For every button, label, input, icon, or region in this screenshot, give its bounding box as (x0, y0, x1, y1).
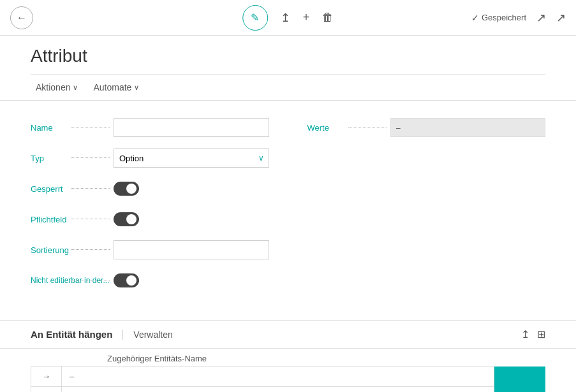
table-row (31, 387, 545, 393)
row-arrow-1: → (31, 367, 62, 387)
row-action-1[interactable] (494, 367, 545, 387)
werte-label: Werte (307, 123, 390, 133)
nicht-editierbar-label: Nicht editierbar in der... (31, 276, 114, 285)
aktionen-chevron: ∨ (73, 83, 78, 92)
automate-label: Automate (93, 82, 131, 92)
expand-button[interactable]: ↗ (556, 11, 566, 25)
pflichtfeld-toggle[interactable] (114, 212, 139, 226)
row-name-2 (62, 387, 494, 393)
pflichtfeld-toggle-thumb (126, 214, 137, 224)
name-label: Name (31, 123, 114, 133)
automate-chevron: ∨ (134, 83, 139, 92)
edit-icon: ✎ (251, 11, 259, 24)
sortierung-label: Sortierung (31, 245, 114, 255)
share-button[interactable]: ↥ (281, 11, 290, 25)
toolbar-center-actions: ✎ ↥ + 🗑 (242, 5, 334, 31)
section-share-icon[interactable]: ↥ (521, 328, 529, 340)
back-button[interactable]: ← (10, 6, 33, 29)
edit-button[interactable]: ✎ (242, 5, 268, 31)
werte-field-row: Werte (307, 116, 546, 139)
gesperrt-toggle[interactable] (114, 182, 139, 196)
actions-bar: Aktionen ∨ Automate ∨ (0, 75, 576, 101)
popout-icon: ↗ (536, 11, 546, 25)
typ-select[interactable]: Option Text Zahl Datum Boolean (114, 149, 269, 168)
sortierung-input[interactable] (114, 240, 269, 259)
gesperrt-field-row: Gesperrt (31, 177, 269, 200)
form-right: Werte (307, 116, 546, 300)
page-title-area: Attribut (0, 36, 576, 74)
section-actions: ↥ ⊞ (521, 328, 545, 340)
row-name-1: – (62, 367, 494, 387)
pflichtfeld-field-row: Pflichtfeld (31, 208, 269, 231)
name-field-row: Name (31, 116, 269, 139)
entity-table: → – (31, 366, 545, 392)
nicht-editierbar-toggle[interactable] (114, 273, 139, 287)
name-input[interactable] (114, 118, 269, 137)
gesperrt-label: Gesperrt (31, 184, 114, 194)
toolbar-right: ✓ Gespeichert ↗ ↗ (471, 11, 566, 25)
form-left: Name Typ Option Text Zahl Datum Boolean … (31, 116, 269, 300)
page-title: Attribut (31, 46, 545, 66)
row-arrow-2 (31, 387, 62, 393)
toolbar: ← ✎ ↥ + 🗑 ✓ Gespeichert ↗ ↗ (0, 0, 576, 36)
typ-label: Typ (31, 154, 114, 163)
gesperrt-toggle-thumb (126, 184, 137, 194)
nicht-editierbar-field-row: Nicht editierbar in der... (31, 269, 269, 292)
delete-icon: 🗑 (322, 11, 334, 24)
add-button[interactable]: + (303, 11, 310, 24)
table-col-header: Zugehöriger Entitäts-Name (31, 349, 545, 366)
popout-button[interactable]: ↗ (536, 11, 546, 25)
section-title: An Entität hängen (31, 329, 122, 340)
automate-button[interactable]: Automate ∨ (88, 80, 144, 95)
aktionen-button[interactable]: Aktionen ∨ (31, 80, 83, 95)
section-tab-verwalten[interactable]: Verwalten (122, 330, 182, 340)
typ-field-row: Typ Option Text Zahl Datum Boolean ∨ (31, 147, 269, 170)
form-area: Name Typ Option Text Zahl Datum Boolean … (0, 101, 576, 315)
add-icon: + (303, 11, 310, 24)
row-action-2[interactable] (494, 387, 545, 393)
section-header: An Entität hängen Verwalten ↥ ⊞ (0, 320, 576, 349)
table-row: → – (31, 367, 545, 387)
delete-button[interactable]: 🗑 (322, 11, 334, 24)
saved-label: Gespeichert (482, 13, 526, 22)
saved-status: ✓ Gespeichert (471, 13, 526, 23)
sortierung-field-row: Sortierung (31, 238, 269, 261)
aktionen-label: Aktionen (36, 82, 70, 92)
nicht-editierbar-toggle-thumb (126, 275, 137, 286)
werte-input[interactable] (390, 118, 546, 137)
check-icon: ✓ (471, 13, 479, 23)
pflichtfeld-label: Pflichtfeld (31, 215, 114, 224)
section-grid-icon[interactable]: ⊞ (537, 328, 545, 340)
expand-icon: ↗ (556, 11, 566, 25)
typ-select-wrapper: Option Text Zahl Datum Boolean ∨ (114, 149, 269, 168)
back-icon: ← (17, 12, 27, 24)
table-area: Zugehöriger Entitäts-Name → – (0, 349, 576, 392)
share-icon: ↥ (281, 11, 290, 25)
